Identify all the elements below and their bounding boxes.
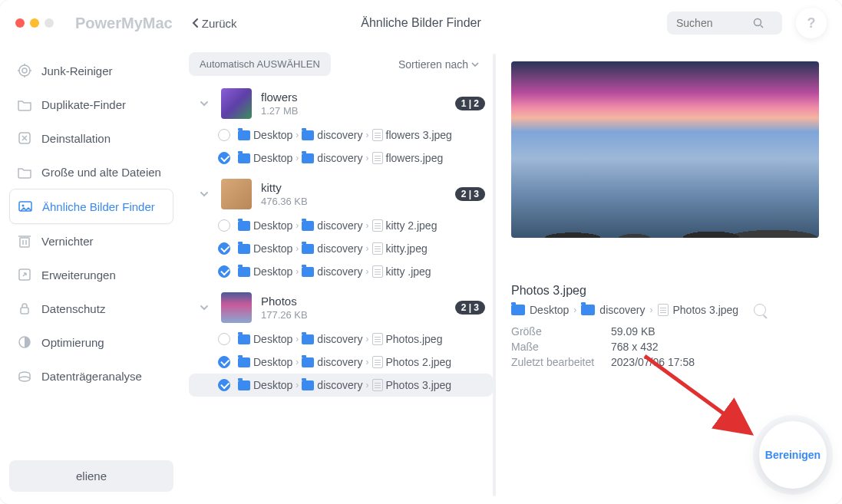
sidebar-icon — [17, 368, 32, 384]
sort-dropdown[interactable]: Sortieren nach — [398, 58, 479, 71]
svg-point-3 — [22, 68, 27, 73]
folder-icon — [302, 244, 314, 254]
file-icon — [372, 242, 383, 255]
meta-row: Zuletzt bearbeitet2023/07/06 17:58 — [511, 354, 819, 370]
sidebar-item-gro-e-und-alte-dateien[interactable]: Große und alte Dateien — [9, 155, 173, 189]
help-button[interactable]: ? — [796, 8, 827, 38]
file-icon — [372, 129, 383, 141]
group-header[interactable]: Photos177.26 KB 2 | 3 — [189, 288, 493, 328]
file-icon — [658, 304, 669, 316]
search-input[interactable] — [676, 17, 753, 29]
sidebar-item-junk-reiniger[interactable]: Junk-Reiniger — [9, 54, 173, 87]
file-row[interactable]: Desktop›discovery› kitty .jpeg — [189, 260, 493, 283]
page-title: Ähnliche Bilder Finder — [361, 16, 481, 30]
back-button[interactable]: Zurück — [191, 17, 237, 30]
file-icon — [372, 333, 383, 345]
checkbox[interactable] — [218, 152, 230, 164]
maximize-window-button[interactable] — [45, 18, 54, 28]
group-size: 476.36 KB — [261, 196, 446, 207]
svg-rect-13 — [20, 238, 29, 247]
group-thumbnail — [221, 292, 252, 323]
svg-point-20 — [19, 377, 30, 381]
checkbox[interactable] — [218, 356, 230, 368]
group: kitty476.36 KB 2 | 3 Desktop›discovery› … — [189, 174, 493, 283]
file-path: Desktop›discovery› kitty .jpeg — [238, 265, 431, 278]
back-label: Zurück — [202, 17, 237, 30]
group-thumbnail — [221, 179, 252, 209]
sidebar-item-label: Datenträgeranalyse — [41, 370, 142, 383]
file-row[interactable]: Desktop›discovery› Photos 3.jpeg — [189, 374, 493, 397]
folder-icon — [238, 221, 250, 231]
meta-value: 59.09 KB — [611, 325, 655, 338]
sidebar-item--hnliche-bilder-finder[interactable]: Ähnliche Bilder Finder — [9, 189, 173, 224]
sidebar-item-optimierung[interactable]: Optimierung — [9, 325, 173, 359]
group-thumbnail — [221, 88, 252, 119]
sidebar: Junk-ReinigerDuplikate-FinderDeinstallat… — [0, 46, 183, 504]
search-icon[interactable] — [754, 304, 766, 316]
file-path: Desktop›discovery› Photos.jpeg — [238, 333, 442, 345]
checkbox[interactable] — [218, 265, 230, 278]
file-row[interactable]: Desktop›discovery› flowers 3.jpeg — [189, 124, 493, 147]
group-count-badge: 1 | 2 — [455, 97, 485, 110]
group-header[interactable]: flowers1.27 MB 1 | 2 — [189, 84, 493, 124]
chevron-down-icon[interactable] — [196, 96, 212, 111]
sidebar-item-label: Optimierung — [41, 336, 104, 349]
folder-icon — [511, 305, 525, 315]
folder-icon — [581, 305, 595, 315]
file-path: Desktop›discovery› kitty.jpeg — [238, 242, 428, 255]
group: flowers1.27 MB 1 | 2 Desktop›discovery› … — [189, 84, 493, 170]
sidebar-item-label: Ähnliche Bilder Finder — [42, 200, 155, 213]
file-row[interactable]: Desktop›discovery› kitty.jpeg — [189, 237, 493, 260]
auto-select-button[interactable]: Automatisch AUSWÄHLEN — [189, 52, 331, 76]
checkbox[interactable] — [218, 242, 230, 255]
file-row[interactable]: Desktop›discovery› Photos.jpeg — [189, 328, 493, 351]
checkbox[interactable] — [218, 219, 230, 232]
sidebar-icon — [17, 301, 32, 316]
checkbox[interactable] — [218, 379, 230, 391]
titlebar: PowerMyMac Zurück Ähnliche Bilder Finder… — [0, 0, 842, 46]
folder-icon — [302, 130, 314, 140]
sidebar-item-duplikate-finder[interactable]: Duplikate-Finder — [9, 87, 173, 121]
file-row[interactable]: Desktop›discovery› Photos 2.jpeg — [189, 351, 493, 374]
close-window-button[interactable] — [15, 18, 25, 28]
user-pill[interactable]: eliene — [9, 460, 173, 492]
sidebar-icon — [17, 130, 32, 146]
sidebar-icon — [17, 334, 32, 350]
group-size: 177.26 KB — [261, 309, 446, 321]
group-name: flowers — [261, 91, 446, 104]
file-icon — [372, 379, 383, 391]
file-icon — [372, 152, 383, 164]
sidebar-item-label: Große und alte Dateien — [41, 166, 161, 179]
sidebar-item-datenschutz[interactable]: Datenschutz — [9, 292, 173, 325]
file-row[interactable]: Desktop›discovery› kitty 2.jpeg — [189, 214, 493, 237]
sidebar-item-datentr-geranalyse[interactable]: Datenträgeranalyse — [9, 359, 173, 393]
sidebar-icon — [17, 267, 32, 282]
sort-label: Sortieren nach — [398, 58, 468, 71]
chevron-down-icon[interactable] — [196, 300, 212, 315]
search-icon — [753, 18, 764, 28]
folder-icon — [238, 244, 250, 254]
minimize-window-button[interactable] — [30, 18, 39, 28]
file-icon — [372, 219, 383, 232]
sidebar-icon — [17, 233, 32, 249]
meta-row: Größe59.09 KB — [511, 324, 819, 339]
folder-icon — [302, 357, 314, 367]
sidebar-icon — [17, 164, 32, 180]
sidebar-icon — [17, 97, 32, 112]
folder-icon — [302, 380, 314, 390]
chevron-down-icon[interactable] — [196, 186, 212, 202]
checkbox[interactable] — [218, 333, 230, 345]
file-row[interactable]: Desktop›discovery› flowers.jpeg — [189, 147, 493, 170]
clean-button[interactable]: Bereinigen — [759, 421, 827, 489]
file-path: Desktop›discovery› Photos 3.jpeg — [238, 379, 451, 391]
folder-icon — [302, 267, 314, 277]
folder-icon — [302, 221, 314, 231]
checkbox[interactable] — [218, 129, 230, 141]
folder-icon — [238, 153, 250, 163]
group-header[interactable]: kitty476.36 KB 2 | 3 — [189, 174, 493, 214]
search-box[interactable] — [667, 12, 782, 35]
sidebar-item-deinstallation[interactable]: Deinstallation — [9, 121, 173, 155]
sidebar-item-erweiterungen[interactable]: Erweiterungen — [9, 258, 173, 292]
sidebar-icon — [17, 63, 32, 78]
sidebar-item-vernichter[interactable]: Vernichter — [9, 224, 173, 258]
